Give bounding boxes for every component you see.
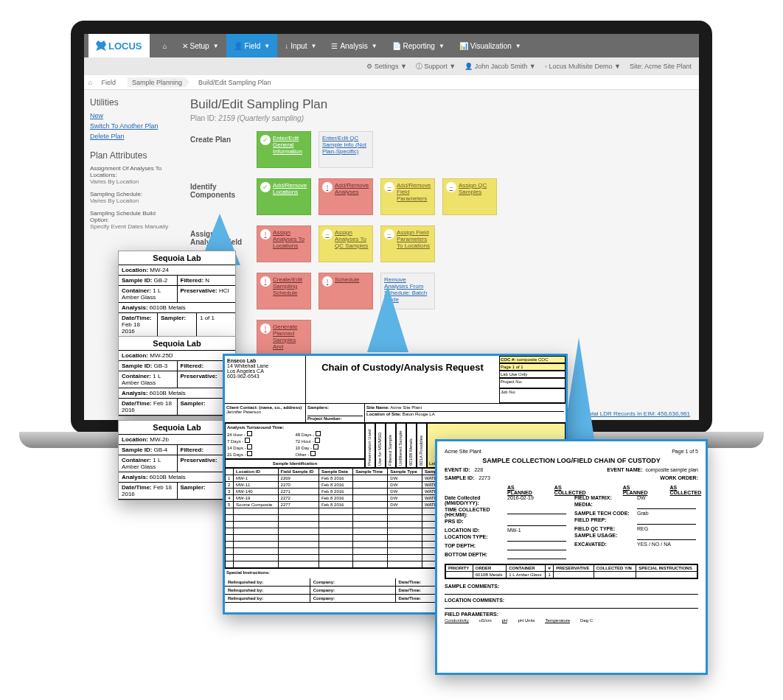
- nav-input[interactable]: ↓ Input ▼: [277, 34, 324, 57]
- tile-generate-planned-samples-and[interactable]: !Generate Planned Samples And: [257, 320, 311, 357]
- crumb-sample-planning[interactable]: Sample Planning: [128, 77, 189, 88]
- tile-schedule[interactable]: !Schedule: [319, 273, 373, 309]
- site-label: Site: Acme Site Plant: [630, 63, 692, 70]
- nav-analysis[interactable]: ☰ Analysis ▼: [324, 34, 384, 57]
- nav-home[interactable]: ⌂: [156, 34, 175, 57]
- main-navbar: LOCUS ⌂ ✕ Setup ▼ 👤 Field ▼ ↓ Input ▼ ☰ …: [84, 34, 699, 57]
- nav-field[interactable]: 👤 Field ▼: [226, 34, 278, 57]
- breadcrumb: ⌂ Field Sample Planning Build/Edit Sampl…: [84, 75, 699, 90]
- client-menu[interactable]: ◦ Locus Multisite Demo ▼: [545, 63, 621, 70]
- utilities-header: Utilities: [90, 97, 174, 108]
- tile-add-remove-analyses[interactable]: !Add/Remove Analyses: [319, 178, 373, 215]
- settings-menu[interactable]: ⚙ Settings ▼: [366, 63, 406, 70]
- user-menu[interactable]: 👤 John Jacob Smith ▼: [464, 63, 535, 70]
- sequoia-card-1: Sequoia Lab Location: MW-24Sample ID: GB…: [118, 251, 236, 337]
- tile-add-remove-field-parameters[interactable]: –Add/Remove Field Parameters: [380, 178, 435, 215]
- tile-assign-qc-samples[interactable]: –Assign QC Samples: [442, 178, 497, 215]
- nav-setup[interactable]: ✕ Setup ▼: [175, 34, 226, 57]
- tile-assign-analyses-to-locations[interactable]: !Assign Analyses To Locations: [257, 225, 311, 262]
- nav-visualization[interactable]: 📊 Visualization ▼: [452, 34, 529, 57]
- sequoia-card-2: Sequoia Lab Location: MW-25DSample ID: G…: [118, 336, 236, 416]
- link-new[interactable]: New: [90, 112, 174, 119]
- sequoia-card-3: Sequoia Lab Location: MW-2bSample ID: GB…: [118, 420, 236, 500]
- sample-collection-log: Acme Site Plant Page 1 of 5 SAMPLE COLLE…: [435, 439, 708, 675]
- sub-navbar: ⚙ Settings ▼ ⓘ Support ▼ 👤 John Jacob Sm…: [84, 57, 699, 75]
- plan-attributes-header: Plan Attributes: [90, 150, 174, 161]
- link-delete-plan[interactable]: Delete Plan: [90, 133, 174, 140]
- logo: LOCUS: [88, 34, 150, 57]
- plan-id: Plan ID: 2159 (Quarterly sampling): [190, 114, 689, 122]
- tile-assign-field-parameters-to-loc[interactable]: –Assign Field Parameters To Locations: [380, 225, 435, 262]
- page-title: Build/Edit Sampling Plan: [190, 97, 689, 112]
- crumb-field[interactable]: Field: [97, 77, 123, 88]
- footer-total-link[interactable]: Total LDR Records In EIM: 458,636,981: [586, 410, 690, 417]
- tile-enter-edit-general-information[interactable]: ✓Enter/Edit General Information: [257, 131, 311, 168]
- tile-create-edit-sampling-schedule[interactable]: !Create/Edit Sampling Schedule: [257, 273, 311, 309]
- svg-marker-1: [367, 286, 408, 352]
- tile-add-remove-locations[interactable]: ✓Add/Remove Locations: [257, 178, 311, 215]
- support-menu[interactable]: ⓘ Support ▼: [416, 62, 456, 71]
- tile-enter-edit-qc-sample-info-not-[interactable]: Enter/Edit QC Sample Info (Not Plan-Spec…: [319, 131, 373, 168]
- crumb-home-icon[interactable]: ⌂: [88, 79, 92, 86]
- crumb-current: Build/Edit Sampling Plan: [194, 77, 279, 88]
- nav-reporting[interactable]: 📄 Reporting ▼: [385, 34, 452, 57]
- link-switch-plan[interactable]: Switch To Another Plan: [90, 122, 174, 130]
- tile-assign-analyses-to-qc-samples[interactable]: –Assign Analyses To QC Samples: [319, 225, 373, 262]
